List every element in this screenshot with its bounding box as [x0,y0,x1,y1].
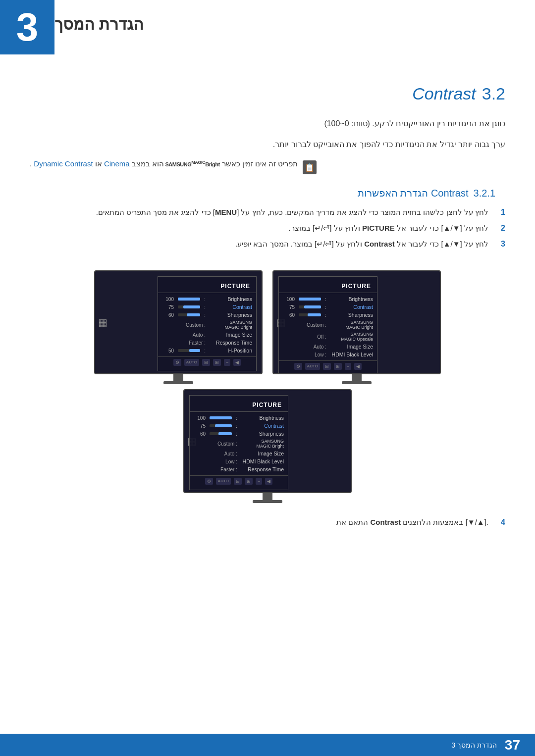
chapter-header: הגדרת המסך 3 [0,0,535,54]
screenshots-area: ▦ PICTURE Brightness : 100 Contrast : 75 [0,260,535,513]
step-3-num: 3 [493,240,505,249]
osd-header-3: PICTURE [190,400,288,412]
osd-row-upscale-1: SAMSUNGMAGIC Upscale : Off [279,331,377,343]
monitor-screen-3-wrap: ▦ PICTURE Brightness : 100 Contrast : 75 [183,389,352,503]
osd-row-imgsize-3: Image Size : Auto [190,450,288,457]
osd-header-1: PICTURE [279,281,377,293]
osd-row-brightness-2: Brightness : 100 [158,295,256,303]
steps-container: 1 לחץ על לחצן כלשהו בחזית המוצר כדי להצי… [0,203,535,260]
footer-page-num: 37 [505,737,520,753]
osd-row-brightness-3: Brightness : 100 [190,414,288,422]
body-line1: כווגן את הניגודיות בין האובייקטים לרקע. … [0,113,535,134]
step-4: 4 התאם את Contrast באמצעות הלחצנים [▼/▲]… [30,518,505,527]
osd-row-brightness-1: Brightness : 100 [279,295,377,303]
osd-row-contrast-1: Contrast : 75 [279,303,377,311]
osd-row-magic-3: SAMSUNGMAGIC Bright : Custom [190,438,288,450]
monitor-base-1 [342,381,372,384]
osd-row-contrast-2: Contrast : 75 [158,303,256,311]
osd-row-resptime-3: Response Time : Faster [190,465,288,473]
step-4-num: 4 [493,518,505,527]
osd-row-sharpness-2: Sharpness : 60 [158,311,256,319]
step-4-text: התאם את Contrast באמצעות הלחצנים [▼/▲]. [30,518,488,527]
monitor-stand-1 [352,374,362,381]
osd-row-sharpness-1: Sharpness : 60 [279,311,377,319]
step-2-num: 2 [493,224,505,233]
step-1: 1 לחץ על לחצן כלשהו בחזית המוצר כדי להצי… [30,208,505,217]
monitor-screen-3: ▦ PICTURE Brightness : 100 Contrast : 75 [183,389,352,493]
osd-icon-bar-3: ◀ − ⊞ ⊟ AUTO ⚙ [190,475,288,486]
osd-row-magic-1: SAMSUNGMAGIC Bright : Custom [279,319,377,331]
step-3-text: לחץ על [▼/▲] כדי לעבור אל Contrast ולחץ … [30,240,488,249]
step-1-num: 1 [493,208,505,217]
note-icon: 📋 [303,160,317,174]
section-title: Contrast 3.2 [0,74,535,113]
section-num-label: 3.2 [482,84,505,103]
osd-row-hpos-2: H-Position : 50 [158,347,256,354]
osd-icon-bar-1: ◀ − ⊞ ⊟ AUTO ⚙ [279,360,377,371]
note-text-main: תפריט זה אינו זמין כאשר SAMSUNGMAGICBrig… [30,159,298,168]
monitor-screen-2: ▦ PICTURE Brightness : 100 Contrast : 75 [94,270,263,374]
page-footer: 3 הגדרת המסך 37 [0,734,535,756]
monitor-screen-1-wrap: ▦ PICTURE Brightness : 100 Contrast : 75 [272,270,441,384]
osd-row-magic-2: SAMSUNGMAGIC Bright : Custom [158,319,256,331]
note-box: 📋 תפריט זה אינו זמין כאשר SAMSUNGMAGICBr… [0,154,535,179]
step-1-text: לחץ על לחצן כלשהו בחזית המוצר כדי להציג … [30,208,488,217]
monitor-screen-1: ▦ PICTURE Brightness : 100 Contrast : 75 [272,270,441,374]
osd-row-contrast-3: Contrast : 75 [190,422,288,430]
step-4-container: 4 התאם את Contrast באמצעות הלחצנים [▼/▲]… [0,513,535,539]
step-2-text: לחץ על [▼/▲] כדי לעבור אל PICTURE ולחץ ע… [30,224,488,233]
osd-menu-2: PICTURE Brightness : 100 Contrast : 75 [158,276,257,371]
osd-row-hdmi-3: HDMI Black Level : Low [190,457,288,465]
footer-chapter-label: 3 הגדרת המסך [451,741,497,749]
osd-row-resptime-2: Response Time : Faster [158,339,256,347]
osd-row-imgsize-1: Image Size : Auto [279,343,377,351]
chapter-number: 3 [0,0,54,54]
osd-row-imgsize-2: Image Size : Auto [158,331,256,339]
monitor-stand-2 [173,374,183,381]
subsection-name: הגדרת האפשרות Contrast [358,187,469,199]
osd-menu-3: PICTURE Brightness : 100 Contrast : 75 [189,395,288,490]
osd-menu-1: PICTURE Brightness : 100 Contrast : 75 [278,276,377,374]
monitor-base-2 [163,381,193,384]
monitor-input-icon-2: ▦ [98,316,107,328]
screenshots-row-bottom: ▦ PICTURE Brightness : 100 Contrast : 75 [30,389,505,503]
monitor-screen-2-wrap: ▦ PICTURE Brightness : 100 Contrast : 75 [94,270,263,384]
subsection-title: הגדרת האפשרות Contrast 3.2.1 [0,179,535,203]
section-name-label: Contrast [412,84,476,103]
subsection-num: 3.2.1 [474,188,495,199]
step-2: 2 לחץ על [▼/▲] כדי לעבור אל PICTURE ולחץ… [30,224,505,233]
osd-icon-bar-2: ◀ − ⊞ ⊟ AUTO ⚙ [158,356,256,367]
monitor-base-3 [253,500,282,503]
screenshots-row-top: ▦ PICTURE Brightness : 100 Contrast : 75 [30,270,505,384]
chapter-title: הגדרת המסך [54,0,154,54]
monitor-stand-3 [263,493,272,500]
body-line2: ערך גבוה יותר יגדיל את הניגודיות כדי להפ… [0,134,535,155]
osd-header-2: PICTURE [158,281,256,293]
osd-row-sharpness-3: Sharpness : 60 [190,430,288,438]
osd-row-hdmi-1: HDMI Black Level : Low [279,351,377,358]
step-3: 3 לחץ על [▼/▲] כדי לעבור אל Contrast ולח… [30,240,505,249]
note-text: תפריט זה אינו זמין כאשר SAMSUNGMAGICBrig… [30,159,298,168]
